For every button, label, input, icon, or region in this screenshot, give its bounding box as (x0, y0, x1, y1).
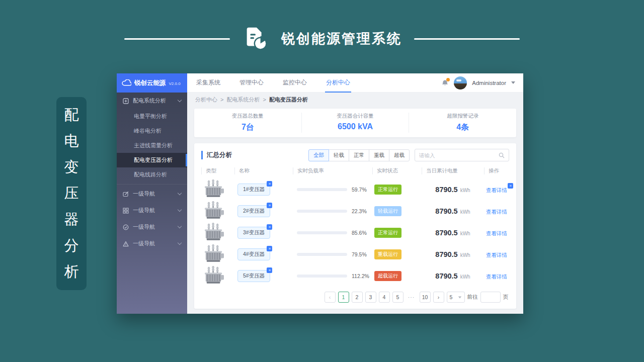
sidebar-item-nav-3[interactable]: 一级导航 (117, 219, 187, 235)
page-button-3[interactable]: 3 (365, 292, 376, 303)
sidebar-item-label: 一级导航 (133, 240, 155, 247)
breadcrumb-item[interactable]: 分析中心 (195, 96, 217, 104)
view-details-link[interactable]: 查看详情 (486, 252, 507, 258)
goto-page-input[interactable] (480, 292, 501, 303)
user-menu-chevron-icon[interactable] (511, 81, 515, 84)
filter-all-button[interactable]: 全部 (308, 149, 329, 161)
transformer-image (203, 222, 225, 241)
pill-badge-icon: ≡ (267, 267, 272, 273)
banner-line-right (414, 38, 520, 40)
banner-title: 锐创能源管理系统 (281, 30, 402, 48)
sidebar-extra-group: 一级导航 一级导航 (117, 184, 187, 252)
stat-transformer-count: 变压器总数量 7台 (194, 113, 301, 133)
sidebar-item-line-analysis[interactable]: 配电线路分析 (117, 167, 187, 182)
energy-unit: kWh (460, 231, 470, 236)
filter-light-load-button[interactable]: 轻载 (329, 149, 349, 161)
col-header-status: 实时状态 (372, 167, 422, 174)
filter-normal-button[interactable]: 正常 (349, 149, 369, 161)
search-input[interactable] (419, 152, 499, 158)
chevron-down-icon (178, 98, 182, 102)
page-button-10[interactable]: 10 (420, 292, 431, 303)
page-ellipsis: ··· (406, 292, 417, 303)
transformer-name-button[interactable]: 4#变压器≡ (237, 248, 270, 260)
col-header-name: 名称 (234, 167, 293, 174)
sidebar-item-transformer-analysis[interactable]: 配电变压器分析 (117, 153, 187, 167)
page-button-1[interactable]: 1 (338, 292, 349, 303)
tab-collection-system[interactable]: 采集系统 (195, 73, 221, 93)
pill-badge-icon: ≡ (267, 246, 272, 251)
label-char: 器 (64, 210, 79, 230)
sidebar: 锐创云能源 V2.0.0 配电系统分析 电量平衡分析 峰谷电分析 主进线需量分析… (117, 73, 187, 314)
label-char: 电 (64, 131, 79, 151)
view-details-link[interactable]: 查看详情 (486, 274, 507, 280)
summary-card: 汇总分析 全部 轻载 正常 重载 超载 (194, 143, 516, 309)
energy-value: 8790.5 (435, 272, 457, 280)
tab-analysis-center[interactable]: 分析中心 (325, 73, 351, 93)
sidebar-item-label: 一级导航 (133, 223, 155, 231)
breadcrumb-current: 配电变压器分析 (269, 96, 308, 104)
sidebar-item-nav-2[interactable]: 一级导航 (117, 202, 187, 219)
transformer-name-button[interactable]: 5#变压器≡ (237, 270, 270, 282)
notification-badge (446, 78, 450, 81)
sidebar-item-energy-balance[interactable]: 电量平衡分析 (117, 109, 187, 124)
banner: 锐创能源管理系统 (0, 24, 644, 53)
label-char: 变 (64, 157, 79, 177)
status-badge: 正常运行 (374, 228, 401, 238)
transformer-name: 3#变压器 (243, 229, 265, 235)
transformer-name-button[interactable]: 1#变压器≡ (237, 184, 270, 196)
table-row: 3#变压器≡ 85.6% 正常运行 8790.5kWh 查看详情 (201, 222, 509, 243)
col-header-ops: 操作 (484, 167, 509, 174)
sidebar-item-nav-1[interactable]: 一级导航 (117, 186, 187, 202)
stat-alarm-records: 超限报警记录 4条 (409, 113, 516, 133)
status-badge: 重载运行 (374, 249, 401, 259)
sidebar-item-nav-4[interactable]: 一级导航 (117, 235, 187, 252)
stat-value: 7台 (194, 122, 301, 133)
stat-value: 6500 kVA (302, 122, 409, 131)
filter-heavy-load-button[interactable]: 重载 (369, 149, 389, 161)
notification-bell-icon[interactable] (441, 79, 449, 87)
warning-triangle-icon (123, 241, 129, 247)
prev-page-button[interactable]: ‹ (325, 292, 336, 303)
energy-value: 8790.5 (435, 207, 457, 215)
page-unit-label: 页 (503, 294, 509, 301)
breadcrumb-item[interactable]: 配电系统分析 (226, 96, 260, 104)
transformer-name-button[interactable]: 3#变压器≡ (237, 227, 270, 239)
transformer-name-button[interactable]: 2#变压器≡ (237, 205, 270, 217)
filter-bar: 全部 轻载 正常 重载 超载 (309, 149, 509, 161)
status-badge: 正常运行 (374, 185, 401, 195)
label-char: 配 (64, 105, 79, 125)
avatar[interactable] (454, 76, 467, 89)
filter-overload-button[interactable]: 超载 (389, 149, 410, 161)
page-button-4[interactable]: 4 (379, 292, 390, 303)
sidebar-item-main-line-demand[interactable]: 主进线需量分析 (117, 138, 187, 153)
vertical-page-label: 配 电 变 压 器 分 析 (56, 97, 87, 290)
edit-icon (123, 191, 129, 197)
tab-monitoring-center[interactable]: 监控中心 (282, 73, 308, 93)
col-header-load: 实时负载率 (293, 167, 372, 174)
label-char: 析 (64, 262, 79, 282)
app-window: 锐创云能源 V2.0.0 配电系统分析 电量平衡分析 峰谷电分析 主进线需量分析… (117, 73, 523, 314)
view-details-link[interactable]: 查看详情 (486, 230, 507, 236)
pagination: ‹ 1 2 3 4 5 ··· 10 › 5 前往 页 (201, 288, 509, 305)
stat-total-capacity: 变压器合计容量 6500 kVA (301, 113, 409, 133)
stat-value: 4条 (409, 122, 516, 133)
stats-card: 变压器总数量 7台 变压器合计容量 6500 kVA 超限报警记录 4条 (194, 109, 516, 137)
breadcrumb-separator: > (263, 97, 266, 103)
table-row: 5#变压器≡ 112.2% 超载运行 8790.5kWh 查看详情 (201, 265, 509, 287)
energy-value: 8790.5 (435, 229, 457, 237)
goto-label: 前往 (467, 294, 478, 301)
transformer-name: 2#变压器 (243, 208, 265, 214)
table-row: 1#变压器≡ 59.7% 正常运行 8790.5kWh 查看详情≡ (201, 178, 509, 200)
breadcrumb-separator: > (220, 97, 223, 103)
tab-management-center[interactable]: 管理中心 (238, 73, 265, 93)
page-button-5[interactable]: 5 (392, 292, 404, 303)
check-circle-icon (123, 224, 129, 230)
view-details-link[interactable]: 查看详情≡ (486, 187, 507, 193)
view-details-link[interactable]: 查看详情 (486, 209, 507, 215)
page-size-select[interactable]: 5 (447, 292, 465, 303)
page-button-2[interactable]: 2 (352, 292, 363, 303)
load-bar (297, 253, 347, 256)
sidebar-item-peak-valley[interactable]: 峰谷电分析 (117, 124, 187, 138)
sidebar-item-distribution-system-analysis[interactable]: 配电系统分析 (117, 93, 187, 109)
next-page-button[interactable]: › (433, 292, 444, 303)
